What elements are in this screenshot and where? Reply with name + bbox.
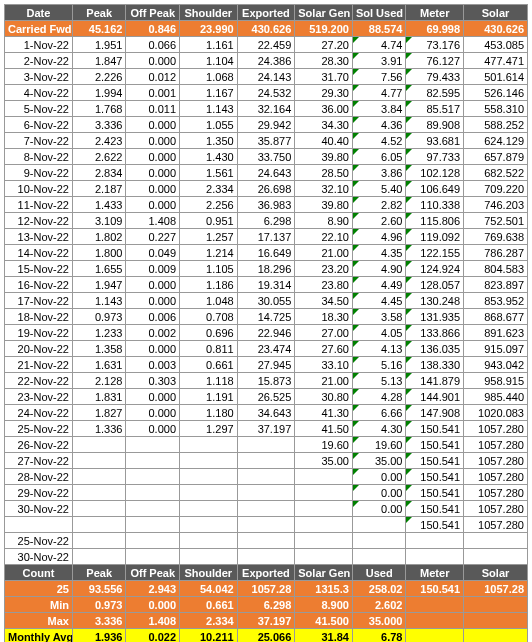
- data-cell: [180, 453, 238, 469]
- data-cell: 19.314: [237, 277, 295, 293]
- data-cell: [126, 533, 180, 549]
- data-cell: 1.118: [180, 373, 238, 389]
- date-cell: 23-Nov-22: [5, 389, 73, 405]
- data-cell: 36.00: [295, 101, 353, 117]
- summary-value: 0.022: [126, 629, 180, 643]
- data-cell: 943.042: [464, 357, 528, 373]
- summary-value: 2.602: [352, 597, 406, 613]
- data-cell: 79.433: [406, 69, 464, 85]
- data-cell: 85.517: [406, 101, 464, 117]
- data-cell: 1057.280: [464, 501, 528, 517]
- date-cell: 18-Nov-22: [5, 309, 73, 325]
- data-cell: [237, 453, 295, 469]
- data-cell: 150.541: [406, 469, 464, 485]
- date-cell: 8-Nov-22: [5, 149, 73, 165]
- data-cell: 0.303: [126, 373, 180, 389]
- data-cell: [126, 549, 180, 565]
- data-cell: 19.60: [295, 437, 353, 453]
- data-cell: 6.298: [237, 213, 295, 229]
- data-cell: 1020.083: [464, 405, 528, 421]
- data-cell: 73.176: [406, 37, 464, 53]
- data-cell: 752.501: [464, 213, 528, 229]
- data-cell: 1057.280: [464, 517, 528, 533]
- data-cell: 147.908: [406, 405, 464, 421]
- table-row: 8-Nov-222.6220.0001.43033.75039.806.0597…: [5, 149, 528, 165]
- data-cell: 0.227: [126, 229, 180, 245]
- data-cell: 3.84: [352, 101, 406, 117]
- date-cell: 7-Nov-22: [5, 133, 73, 149]
- date-cell: 30-Nov-22: [5, 501, 73, 517]
- data-cell: 1.994: [72, 85, 126, 101]
- data-cell: 76.127: [406, 53, 464, 69]
- data-cell: 891.623: [464, 325, 528, 341]
- summary-value: [406, 613, 464, 629]
- data-cell: 0.000: [126, 389, 180, 405]
- summary-value: 54.042: [180, 581, 238, 597]
- date-cell: 24-Nov-22: [5, 405, 73, 421]
- data-cell: 23.474: [237, 341, 295, 357]
- summary-label: 25: [5, 581, 73, 597]
- date-cell: 14-Nov-22: [5, 245, 73, 261]
- table-row: 25-Nov-221.3360.0001.29737.19741.504.301…: [5, 421, 528, 437]
- data-cell: 33.10: [295, 357, 353, 373]
- data-cell: 2.128: [72, 373, 126, 389]
- data-cell: 2.834: [72, 165, 126, 181]
- data-cell: [295, 469, 353, 485]
- date-cell: 22-Nov-22: [5, 373, 73, 389]
- data-cell: 1.561: [180, 165, 238, 181]
- data-cell: 453.085: [464, 37, 528, 53]
- date-cell: 28-Nov-22: [5, 469, 73, 485]
- col-exported: Exported: [237, 5, 295, 21]
- data-cell: [126, 469, 180, 485]
- date-cell: 26-Nov-22: [5, 437, 73, 453]
- data-cell: 18.296: [237, 261, 295, 277]
- data-cell: 657.879: [464, 149, 528, 165]
- data-cell: 33.750: [237, 149, 295, 165]
- date-cell: 6-Nov-22: [5, 117, 73, 133]
- data-cell: [180, 501, 238, 517]
- table-row: 5-Nov-221.7680.0111.14332.16436.003.8485…: [5, 101, 528, 117]
- data-cell: 144.901: [406, 389, 464, 405]
- data-cell: [126, 437, 180, 453]
- data-cell: 102.128: [406, 165, 464, 181]
- data-cell: 1.358: [72, 341, 126, 357]
- data-cell: [237, 501, 295, 517]
- table-row: 27-Nov-2235.0035.00150.5411057.280: [5, 453, 528, 469]
- date-cell: 16-Nov-22: [5, 277, 73, 293]
- summary-value: 8.900: [295, 597, 353, 613]
- table-row: 23-Nov-221.8310.0001.19126.52530.804.281…: [5, 389, 528, 405]
- data-cell: 1.847: [72, 53, 126, 69]
- col-solar: Solar: [464, 5, 528, 21]
- data-cell: 1.947: [72, 277, 126, 293]
- table-body: 1-Nov-221.9510.0661.16122.45927.204.7473…: [5, 37, 528, 565]
- table-row: 30-Nov-220.00150.5411057.280: [5, 501, 528, 517]
- data-cell: 709.220: [464, 181, 528, 197]
- data-cell: [352, 533, 406, 549]
- data-cell: 30.055: [237, 293, 295, 309]
- data-cell: [72, 549, 126, 565]
- carried-value: 45.162: [72, 21, 126, 37]
- data-cell: 477.471: [464, 53, 528, 69]
- data-cell: 5.16: [352, 357, 406, 373]
- summary-value: 25.066: [237, 629, 295, 643]
- summary-col-peak: Peak: [72, 565, 126, 581]
- summary-value: [464, 597, 528, 613]
- summary-row: Max3.3361.4082.33437.19741.50035.000: [5, 613, 528, 629]
- data-cell: 682.522: [464, 165, 528, 181]
- data-cell: 138.330: [406, 357, 464, 373]
- data-cell: 4.52: [352, 133, 406, 149]
- date-cell: 2-Nov-22: [5, 53, 73, 69]
- data-cell: 22.946: [237, 325, 295, 341]
- data-cell: 32.10: [295, 181, 353, 197]
- data-cell: 31.70: [295, 69, 353, 85]
- table-row: 3-Nov-222.2260.0121.06824.14331.707.5679…: [5, 69, 528, 85]
- data-cell: [237, 549, 295, 565]
- summary-value: 2.943: [126, 581, 180, 597]
- summary-value: 0.661: [180, 597, 238, 613]
- data-cell: 1.105: [180, 261, 238, 277]
- data-cell: 4.05: [352, 325, 406, 341]
- data-cell: 136.035: [406, 341, 464, 357]
- data-cell: 32.164: [237, 101, 295, 117]
- data-cell: [295, 485, 353, 501]
- data-cell: [464, 533, 528, 549]
